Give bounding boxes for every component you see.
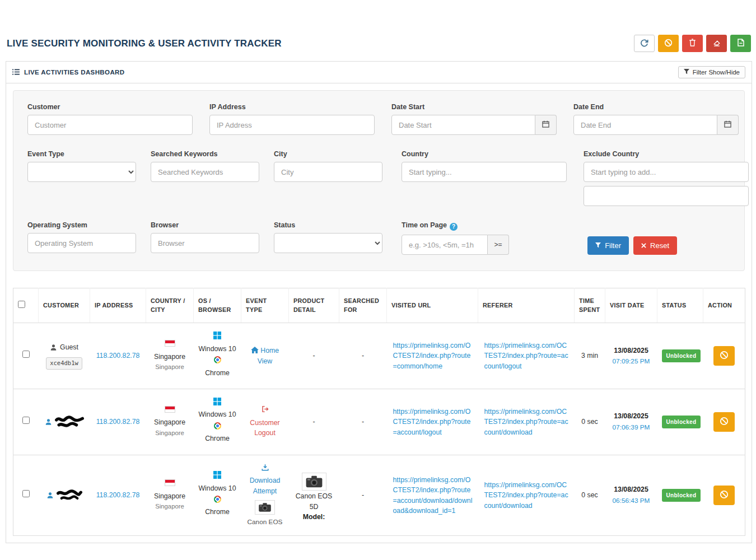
logout-icon bbox=[246, 405, 284, 416]
event-type-label: Event Type bbox=[27, 150, 136, 158]
filter-searched-keywords: Searched Keywords bbox=[151, 150, 259, 182]
singapore-flag-icon bbox=[165, 406, 175, 413]
col-ip-address: IP ADDRESS bbox=[90, 288, 146, 323]
customer-input[interactable] bbox=[27, 115, 193, 135]
visited-url-link[interactable]: https://primelinksg.com/OCTEST2/index.ph… bbox=[393, 408, 471, 436]
date-start-calendar-button[interactable] bbox=[535, 115, 557, 135]
country-name: Singapore bbox=[151, 352, 189, 362]
filter-date-start: Date Start bbox=[391, 103, 557, 135]
redacted-customer-name bbox=[57, 489, 82, 502]
time-spent-cell: 3 min bbox=[575, 323, 605, 389]
filter-country: Country bbox=[402, 150, 567, 182]
reset-button[interactable]: Reset bbox=[633, 236, 677, 255]
list-icon bbox=[12, 69, 20, 76]
ip-address-link[interactable]: 118.200.82.78 bbox=[96, 352, 140, 360]
exclude-country-input[interactable] bbox=[584, 162, 749, 182]
filter-row-2: Event Type Searched Keywords City Countr… bbox=[27, 150, 730, 206]
city-input[interactable] bbox=[274, 162, 382, 182]
browser-name: Chrome bbox=[198, 368, 237, 378]
chrome-icon bbox=[214, 496, 221, 503]
refresh-icon bbox=[640, 39, 648, 49]
referer-link[interactable]: https://primelinksg.com/OCTEST2/index.ph… bbox=[484, 408, 568, 436]
referer-link[interactable]: https://primelinksg.com/OCTEST2/index.ph… bbox=[484, 342, 568, 370]
status-badge: Unblocked bbox=[662, 489, 701, 502]
event-type-cell: Customer Logout bbox=[241, 389, 289, 455]
trash-icon bbox=[689, 39, 696, 48]
city-name: Singapore bbox=[151, 362, 189, 372]
filter-operating-system: Operating System bbox=[27, 221, 136, 253]
refresh-button[interactable] bbox=[634, 35, 655, 52]
searched-keywords-input[interactable] bbox=[151, 162, 259, 182]
filter-button[interactable]: Filter bbox=[587, 236, 629, 255]
customer-label: Customer bbox=[27, 103, 193, 111]
status-badge: Unblocked bbox=[662, 416, 701, 428]
status-select[interactable] bbox=[274, 233, 382, 253]
panel-heading-text: LIVE ACTIVITIES DASHBOARD bbox=[24, 69, 125, 76]
city-name: Singapore bbox=[151, 428, 189, 438]
block-user-button[interactable] bbox=[713, 412, 735, 432]
block-user-button[interactable] bbox=[713, 346, 735, 366]
chrome-icon bbox=[214, 356, 221, 363]
registered-user-icon bbox=[45, 418, 52, 426]
row-checkbox[interactable] bbox=[22, 351, 30, 358]
singapore-flag-icon bbox=[165, 479, 175, 486]
funnel-icon bbox=[684, 69, 689, 76]
dashboard-panel: LIVE ACTIVITIES DASHBOARD Filter Show/Hi… bbox=[6, 61, 752, 543]
download-icon bbox=[246, 464, 284, 474]
windows-icon bbox=[198, 471, 237, 482]
ip-address-input[interactable] bbox=[209, 115, 375, 135]
country-name: Singapore bbox=[151, 491, 189, 501]
visit-date: 13/08/2025 bbox=[610, 484, 653, 494]
clear-log-button[interactable] bbox=[706, 35, 727, 52]
event-type-select[interactable] bbox=[27, 162, 136, 182]
product-thumbnail bbox=[255, 500, 275, 515]
col-product-detail: PRODUCT DETAIL bbox=[289, 288, 339, 323]
time-on-page-input[interactable] bbox=[402, 235, 488, 255]
operating-system-input[interactable] bbox=[27, 233, 136, 253]
searched-keywords-label: Searched Keywords bbox=[151, 150, 259, 158]
searched-for-cell: - bbox=[339, 323, 387, 389]
browser-name: Chrome bbox=[198, 507, 237, 517]
ip-address-label: IP Address bbox=[209, 103, 375, 111]
referer-link[interactable]: https://primelinksg.com/OCTEST2/index.ph… bbox=[484, 481, 568, 510]
country-city-cell: Singapore Singapore bbox=[146, 455, 194, 535]
filter-exclude-country: Exclude Country bbox=[584, 150, 749, 206]
browser-input[interactable] bbox=[151, 233, 259, 253]
filter-row-3: Operating System Browser Status Time on … bbox=[27, 221, 730, 255]
help-icon[interactable] bbox=[450, 223, 458, 231]
col-country-city: COUNTRY / CITY bbox=[146, 288, 194, 323]
windows-icon bbox=[198, 398, 237, 408]
exclude-country-label: Exclude Country bbox=[584, 150, 749, 158]
date-end-input[interactable] bbox=[573, 115, 717, 135]
filter-status: Status bbox=[274, 221, 382, 253]
country-input[interactable] bbox=[402, 162, 567, 182]
col-time-spent: TIME SPENT bbox=[575, 288, 605, 323]
windows-icon bbox=[198, 332, 237, 342]
os-browser-cell: Windows 10 Chrome bbox=[194, 323, 241, 389]
visited-url-link[interactable]: https://primelinksg.com/OCTEST2/index.ph… bbox=[393, 342, 471, 370]
block-all-button[interactable] bbox=[658, 35, 679, 52]
visited-url-link[interactable]: https://primelinksg.com/OCTEST2/index.ph… bbox=[393, 476, 473, 515]
row-checkbox[interactable] bbox=[22, 417, 30, 424]
block-user-button[interactable] bbox=[713, 486, 735, 505]
x-icon bbox=[641, 241, 646, 250]
delete-button[interactable] bbox=[682, 35, 703, 52]
event-product-caption: Canon EOS bbox=[246, 517, 284, 528]
activity-row: 118.200.82.78 Singapore Singapore Window… bbox=[13, 455, 745, 535]
time-operator-addon[interactable]: >= bbox=[488, 235, 509, 255]
ip-address-link[interactable]: 118.200.82.78 bbox=[96, 491, 140, 499]
event-type-cell: Download Attempt Canon EOS bbox=[241, 455, 289, 535]
date-end-calendar-button[interactable] bbox=[717, 115, 739, 135]
event-label: Customer Logout bbox=[246, 418, 284, 438]
export-button[interactable] bbox=[730, 35, 751, 52]
visit-date-cell: 13/08/2025 06:56:43 PM bbox=[605, 455, 657, 535]
product-image bbox=[302, 473, 326, 491]
filter-browser: Browser bbox=[151, 221, 259, 253]
filter-toggle-button[interactable]: Filter Show/Hide bbox=[678, 66, 745, 78]
ban-icon bbox=[720, 490, 729, 501]
row-checkbox[interactable] bbox=[22, 490, 30, 497]
exclude-country-tags-input[interactable] bbox=[584, 186, 749, 206]
date-start-input[interactable] bbox=[391, 115, 535, 135]
ip-address-link[interactable]: 118.200.82.78 bbox=[96, 418, 140, 426]
select-all-checkbox[interactable] bbox=[18, 301, 25, 308]
